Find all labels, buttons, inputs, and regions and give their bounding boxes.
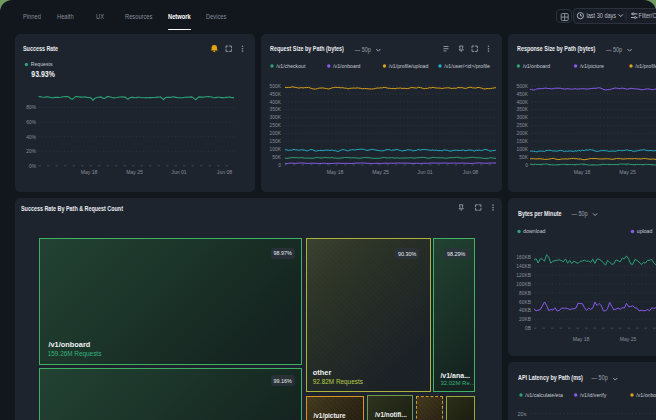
svg-text:20%: 20% xyxy=(26,149,36,154)
svg-text:— 50p: — 50p xyxy=(606,46,623,52)
svg-text:upload: upload xyxy=(637,228,653,234)
svg-text:Jun 08: Jun 08 xyxy=(463,169,478,175)
svg-text:— 50p: — 50p xyxy=(572,211,589,217)
svg-text:/v1/onboard: /v1/onboard xyxy=(636,391,656,397)
svg-text:80%: 80% xyxy=(26,105,36,110)
svg-text:0: 0 xyxy=(278,162,281,167)
svg-text:— 50p: — 50p xyxy=(355,46,372,52)
svg-text:/v1/onboard: /v1/onboard xyxy=(333,62,361,68)
svg-text:May 25: May 25 xyxy=(620,336,637,342)
svg-text:May 18: May 18 xyxy=(327,169,344,175)
svg-text:100K: 100K xyxy=(270,146,282,151)
svg-text:50K: 50K xyxy=(272,154,281,159)
svg-text:May 25: May 25 xyxy=(372,169,389,175)
svg-text:60%: 60% xyxy=(26,119,36,124)
svg-text:250K: 250K xyxy=(517,123,529,128)
svg-text:Requests: Requests xyxy=(30,61,52,67)
svg-text:250K: 250K xyxy=(270,123,282,128)
svg-text:120KB: 120KB xyxy=(516,273,531,278)
svg-text:May 18: May 18 xyxy=(574,169,591,175)
svg-text:/v1/onboard: /v1/onboard xyxy=(523,62,551,68)
svg-text:/v1/calculate/eta: /v1/calculate/eta xyxy=(525,391,563,397)
svg-text:150K: 150K xyxy=(270,139,282,144)
svg-text:May 18: May 18 xyxy=(80,169,97,175)
svg-text:/v1/checkout: /v1/checkout xyxy=(276,62,306,68)
svg-text:40%: 40% xyxy=(26,134,36,139)
svg-text:20KB: 20KB xyxy=(519,317,531,322)
svg-text:400K: 400K xyxy=(517,99,529,104)
svg-text:Jun 08: Jun 08 xyxy=(216,169,231,175)
svg-text:40KB: 40KB xyxy=(519,308,531,313)
svg-text:Filter/Co: Filter/Co xyxy=(638,13,656,19)
svg-text:500K: 500K xyxy=(270,83,282,88)
svg-text:400K: 400K xyxy=(270,99,282,104)
svg-text:/v1/profile/upload: /v1/profile/upload xyxy=(389,62,429,68)
svg-text:140KB: 140KB xyxy=(516,264,531,269)
svg-text:80KB: 80KB xyxy=(519,291,531,296)
svg-text:100KB: 100KB xyxy=(516,282,531,287)
svg-text:0: 0 xyxy=(525,162,528,167)
svg-text:/v1/id/verify: /v1/id/verify xyxy=(580,391,607,397)
svg-text:93.93%: 93.93% xyxy=(31,69,55,79)
svg-text:150K: 150K xyxy=(517,139,529,144)
svg-text:Jun 01: Jun 01 xyxy=(171,169,186,175)
svg-text:200K: 200K xyxy=(517,131,529,136)
svg-text:450K: 450K xyxy=(517,91,529,96)
svg-text:/v1/user/<id>/profile: /v1/user/<id>/profile xyxy=(444,62,490,68)
svg-text:20s: 20s xyxy=(517,410,526,416)
svg-text:0%: 0% xyxy=(28,163,36,168)
svg-text:100K: 100K xyxy=(517,146,529,151)
svg-text:last 30 days: last 30 days xyxy=(586,13,616,19)
svg-text:0B: 0B xyxy=(525,326,531,331)
svg-text:450K: 450K xyxy=(270,91,282,96)
svg-text:Jun 01: Jun 01 xyxy=(417,169,432,175)
svg-text:— 50p: — 50p xyxy=(592,375,609,381)
svg-text:download: download xyxy=(523,228,545,234)
svg-text:300K: 300K xyxy=(270,115,282,120)
svg-text:160KB: 160KB xyxy=(516,255,531,260)
svg-text:300K: 300K xyxy=(517,115,529,120)
svg-text:/v1/picture: /v1/picture xyxy=(580,62,604,68)
svg-text:200K: 200K xyxy=(270,131,282,136)
svg-text:50K: 50K xyxy=(519,154,528,159)
svg-text:/v1/profile/upload: /v1/profile/upload xyxy=(635,62,656,68)
svg-text:May 25: May 25 xyxy=(619,169,636,175)
svg-text:500K: 500K xyxy=(517,83,529,88)
svg-text:60KB: 60KB xyxy=(519,300,531,305)
svg-text:May 18: May 18 xyxy=(573,336,590,342)
svg-text:350K: 350K xyxy=(517,107,529,112)
svg-text:May 25: May 25 xyxy=(126,169,143,175)
svg-text:350K: 350K xyxy=(270,107,282,112)
